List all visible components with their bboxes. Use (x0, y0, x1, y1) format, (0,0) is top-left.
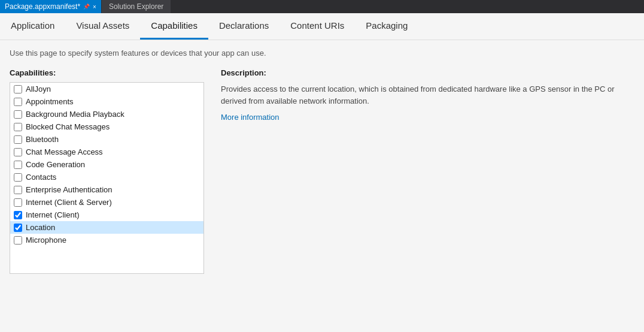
capability-bluetooth[interactable]: Bluetooth (10, 133, 203, 146)
capability-internet-client-server-checkbox[interactable] (14, 198, 22, 207)
capability-background-media-playback[interactable]: Background Media Playback (10, 108, 203, 120)
title-bar: Package.appxmanifest* 📌 × Solution Explo… (0, 0, 644, 13)
capabilities-header: Capabilities: (10, 68, 204, 77)
capability-location-label[interactable]: Location (26, 223, 55, 232)
capability-code-generation[interactable]: Code Generation (10, 158, 203, 171)
capability-background-media-playback-checkbox[interactable] (14, 110, 22, 119)
columns: Capabilities: AllJoyn Appointments Backg… (10, 68, 634, 319)
capability-appointments-checkbox[interactable] (14, 98, 22, 106)
capability-chat-message-access-label[interactable]: Chat Message Access (26, 147, 103, 156)
capability-alljoyn-label[interactable]: AllJoyn (26, 84, 51, 93)
capability-blocked-chat-messages-checkbox[interactable] (14, 123, 22, 131)
capability-list[interactable]: AllJoyn Appointments Background Media Pl… (10, 82, 204, 274)
tab-capabilities[interactable]: Capabilities (140, 13, 208, 40)
capability-appointments[interactable]: Appointments (10, 95, 203, 108)
tab-application[interactable]: Application (0, 13, 65, 40)
capability-enterprise-authentication-checkbox[interactable] (14, 186, 22, 194)
capability-microphone-label[interactable]: Microphone (26, 236, 66, 245)
capability-contacts-checkbox[interactable] (14, 173, 22, 182)
capability-blocked-chat-messages[interactable]: Blocked Chat Messages (10, 120, 203, 133)
capability-enterprise-authentication-label[interactable]: Enterprise Authentication (26, 185, 113, 194)
capability-contacts-label[interactable]: Contacts (26, 173, 56, 182)
tab-manifest[interactable]: Package.appxmanifest* 📌 × (0, 0, 102, 13)
capability-internet-client[interactable]: Internet (Client) (10, 209, 203, 221)
capability-appointments-label[interactable]: Appointments (26, 97, 74, 106)
tab-solution-explorer[interactable]: Solution Explorer (102, 0, 171, 13)
capability-blocked-chat-messages-label[interactable]: Blocked Chat Messages (26, 122, 110, 131)
tab-declarations[interactable]: Declarations (208, 13, 280, 40)
capability-enterprise-authentication[interactable]: Enterprise Authentication (10, 183, 203, 196)
capability-bluetooth-checkbox[interactable] (14, 135, 22, 144)
description-header: Description: (221, 68, 634, 77)
capability-location[interactable]: Location (10, 221, 203, 234)
capability-internet-client-checkbox[interactable] (14, 211, 22, 219)
capability-microphone[interactable]: Microphone (10, 234, 203, 246)
capability-internet-client-server-label[interactable]: Internet (Client & Server) (26, 198, 112, 207)
more-info-link[interactable]: More information (221, 113, 280, 122)
capability-code-generation-label[interactable]: Code Generation (26, 160, 85, 169)
tab-packaging[interactable]: Packaging (355, 13, 418, 40)
tab-content-uris[interactable]: Content URIs (280, 13, 355, 40)
capability-location-checkbox[interactable] (14, 224, 22, 232)
capability-chat-message-access-checkbox[interactable] (14, 148, 22, 156)
capability-internet-client-server[interactable]: Internet (Client & Server) (10, 196, 203, 209)
close-tab-icon[interactable]: × (93, 4, 96, 10)
nav-tabs: Application Visual Assets Capabilities D… (0, 13, 644, 40)
capability-internet-client-label[interactable]: Internet (Client) (26, 210, 80, 219)
capability-alljoyn-checkbox[interactable] (14, 85, 22, 93)
pin-icon[interactable]: 📌 (83, 4, 90, 10)
description-body: Provides access to the current location,… (221, 83, 628, 107)
capability-microphone-checkbox[interactable] (14, 236, 22, 245)
capability-chat-message-access[interactable]: Chat Message Access (10, 146, 203, 158)
capability-alljoyn[interactable]: AllJoyn (10, 83, 203, 95)
tab-manifest-label: Package.appxmanifest* (5, 2, 80, 11)
main-content: Use this page to specify system features… (0, 40, 644, 332)
capabilities-panel: Capabilities: AllJoyn Appointments Backg… (10, 68, 204, 319)
description-panel: Description: Provides access to the curr… (204, 68, 634, 319)
tab-visual-assets[interactable]: Visual Assets (65, 13, 140, 40)
capability-contacts[interactable]: Contacts (10, 171, 203, 183)
capability-background-media-playback-label[interactable]: Background Media Playback (26, 110, 124, 119)
capability-bluetooth-label[interactable]: Bluetooth (26, 135, 59, 144)
page-description: Use this page to specify system features… (10, 49, 634, 58)
capability-code-generation-checkbox[interactable] (14, 161, 22, 169)
